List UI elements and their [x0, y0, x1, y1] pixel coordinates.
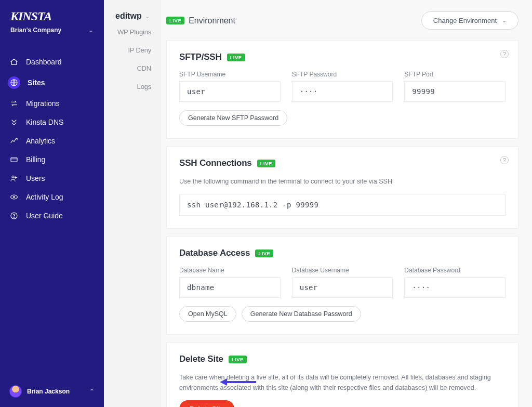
- generate-sftp-password-button[interactable]: Generate New SFTP Password: [179, 110, 287, 126]
- subnav-wp-plugins[interactable]: WP Plugins: [104, 26, 161, 38]
- sidebar-item-users[interactable]: Users: [0, 169, 104, 188]
- card-delete-site: Delete Site LIVE Take care when deleting…: [166, 342, 518, 407]
- help-icon[interactable]: ?: [500, 50, 509, 58]
- db-name-label: Database Name: [179, 267, 281, 274]
- card-title: SSH Connections: [179, 158, 252, 168]
- db-username-label: Database Username: [292, 267, 393, 274]
- svg-rect-1: [11, 157, 17, 162]
- sidebar-item-label: Users: [26, 174, 45, 182]
- sidebar-item-label: Billing: [26, 155, 45, 164]
- environment-label: Environment: [189, 16, 235, 25]
- sftp-password-field[interactable]: ····: [292, 81, 393, 102]
- home-icon: [9, 58, 19, 66]
- sidebar-item-label: Analytics: [26, 137, 55, 145]
- card-sftp-ssh: ? SFTP/SSH LIVE SFTP Username user SFTP …: [166, 40, 518, 139]
- avatar: [9, 385, 22, 398]
- card-title: SFTP/SSH: [179, 52, 222, 62]
- company-switcher[interactable]: Brian's Company ⌄: [0, 25, 104, 37]
- card-title: Delete Site: [179, 354, 223, 364]
- live-badge: LIVE: [227, 54, 245, 61]
- open-mysql-button[interactable]: Open MySQL: [179, 306, 236, 322]
- sidebar-item-sites[interactable]: Sites: [0, 71, 104, 94]
- sftp-password-label: SFTP Password: [292, 71, 393, 78]
- dns-icon: [9, 118, 19, 126]
- db-username-field[interactable]: user: [292, 277, 393, 298]
- live-badge: LIVE: [257, 160, 275, 167]
- site-subnav: editwp ⌄ WP Plugins IP Deny CDN Logs: [104, 0, 161, 407]
- sidebar-item-dashboard[interactable]: Dashboard: [0, 52, 104, 71]
- ssh-command-field[interactable]: ssh user@192.168.1.2 -p 99999: [179, 194, 506, 216]
- change-environment-button[interactable]: Change Environment ⌄: [421, 11, 518, 30]
- subnav-logs[interactable]: Logs: [104, 81, 161, 93]
- sidebar-item-label: Migrations: [26, 99, 60, 108]
- sidebar: KINSTA Brian's Company ⌄ Dashboard Sites…: [0, 0, 104, 407]
- svg-point-5: [14, 217, 15, 218]
- subnav-cdn[interactable]: CDN: [104, 62, 161, 74]
- chevron-up-icon: ⌃: [89, 388, 95, 395]
- sftp-username-label: SFTP Username: [179, 71, 281, 78]
- sidebar-item-user-guide[interactable]: User Guide: [0, 206, 104, 225]
- globe-icon: [8, 76, 20, 89]
- card-icon: [9, 155, 19, 164]
- ssh-hint: Use the following command in the termina…: [179, 177, 506, 187]
- card-database-access: Database Access LIVE Database Name dbnam…: [166, 236, 518, 335]
- sftp-port-field[interactable]: 99999: [404, 81, 506, 102]
- delete-site-button[interactable]: Delete Site: [179, 400, 234, 407]
- sidebar-item-migrations[interactable]: Migrations: [0, 94, 104, 113]
- sidebar-item-label: Sites: [28, 78, 45, 87]
- sidebar-item-label: Activity Log: [26, 193, 63, 201]
- sidebar-item-analytics[interactable]: Analytics: [0, 132, 104, 150]
- svg-point-2: [12, 176, 14, 178]
- analytics-icon: [9, 137, 19, 145]
- db-name-field[interactable]: dbname: [179, 277, 281, 298]
- live-badge: LIVE: [255, 250, 273, 257]
- card-ssh-connections: ? SSH Connections LIVE Use the following…: [166, 146, 518, 229]
- delete-hint: Take care when deleting a live site, all…: [179, 373, 506, 393]
- db-password-label: Database Password: [404, 267, 506, 274]
- live-badge: LIVE: [166, 17, 184, 24]
- card-title: Database Access: [179, 248, 250, 258]
- chevron-down-icon[interactable]: ⌄: [145, 13, 150, 20]
- migration-icon: [9, 99, 19, 108]
- sidebar-item-label: User Guide: [26, 212, 63, 220]
- main-content: LIVE Environment Change Environment ⌄ ? …: [161, 0, 532, 407]
- user-menu[interactable]: Brian Jackson ⌃: [0, 376, 104, 407]
- svg-point-3: [13, 196, 15, 198]
- eye-icon: [9, 193, 19, 201]
- db-password-field[interactable]: ····: [404, 277, 506, 298]
- logo: KINSTA: [0, 0, 104, 25]
- company-name: Brian's Company: [10, 27, 61, 34]
- chevron-down-icon: ⌄: [88, 27, 94, 34]
- sftp-port-label: SFTP Port: [404, 71, 506, 78]
- help-icon[interactable]: ?: [500, 156, 509, 164]
- subnav-ip-deny[interactable]: IP Deny: [104, 44, 161, 56]
- sidebar-item-label: Dashboard: [26, 58, 62, 66]
- sidebar-item-dns[interactable]: Kinsta DNS: [0, 113, 104, 132]
- users-icon: [9, 174, 19, 182]
- help-icon: [9, 212, 19, 220]
- user-name: Brian Jackson: [27, 388, 70, 395]
- sidebar-item-activity-log[interactable]: Activity Log: [0, 188, 104, 206]
- sidebar-item-label: Kinsta DNS: [26, 118, 63, 126]
- change-environment-label: Change Environment: [433, 17, 497, 24]
- live-badge: LIVE: [229, 356, 247, 363]
- sidebar-item-billing[interactable]: Billing: [0, 150, 104, 169]
- chevron-down-icon: ⌄: [502, 17, 507, 24]
- site-title: editwp: [115, 11, 142, 21]
- generate-db-password-button[interactable]: Generate New Database Password: [242, 306, 361, 322]
- sftp-username-field[interactable]: user: [179, 81, 281, 102]
